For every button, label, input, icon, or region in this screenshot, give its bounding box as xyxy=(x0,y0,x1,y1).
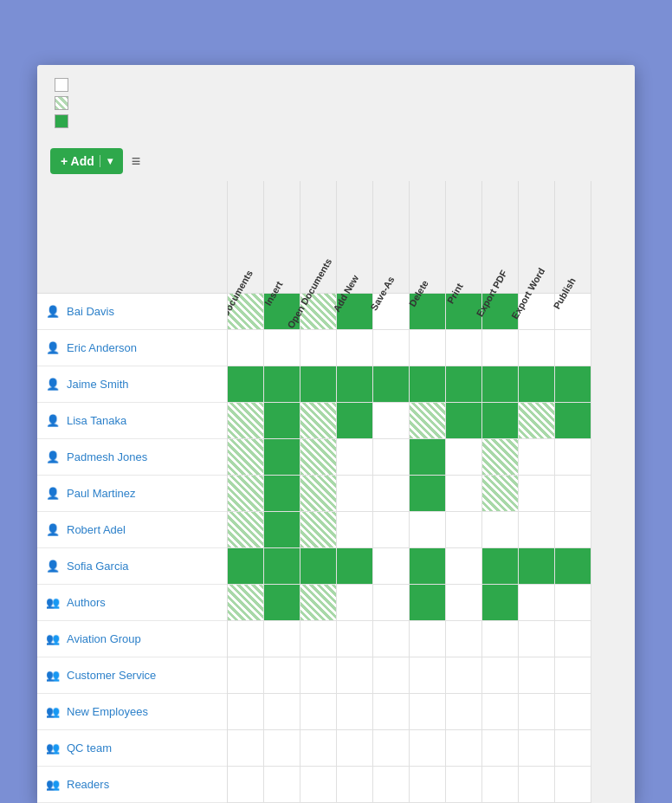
grid-cell[interactable] xyxy=(519,657,555,694)
row-label[interactable]: 👤Bai Davis xyxy=(37,294,227,330)
grid-cell[interactable] xyxy=(228,548,264,585)
grid-cell[interactable] xyxy=(410,548,446,585)
row-label[interactable]: 👤Eric Anderson xyxy=(37,330,227,366)
row-label[interactable]: 👥Readers xyxy=(37,767,227,803)
grid-cell[interactable] xyxy=(519,476,555,512)
grid-cell[interactable] xyxy=(337,403,373,439)
dropdown-arrow-icon[interactable]: ▾ xyxy=(100,155,113,167)
grid-cell[interactable] xyxy=(264,694,300,730)
grid-cell[interactable] xyxy=(373,330,410,366)
grid-cell[interactable] xyxy=(300,621,337,657)
grid-cell[interactable] xyxy=(446,330,482,366)
row-label[interactable]: 👥New Employees xyxy=(37,694,227,730)
grid-cell[interactable] xyxy=(337,330,373,366)
grid-cell[interactable] xyxy=(337,767,373,803)
grid-cell[interactable] xyxy=(337,476,373,512)
grid-cell[interactable] xyxy=(228,476,264,512)
grid-cell[interactable] xyxy=(482,767,519,803)
grid-cell[interactable] xyxy=(228,621,264,657)
row-label[interactable]: 👤Lisa Tanaka xyxy=(37,403,227,439)
row-label[interactable]: 👥Aviation Group xyxy=(37,621,227,657)
grid-cell[interactable] xyxy=(482,366,519,403)
grid-cell[interactable] xyxy=(446,730,482,767)
grid-cell[interactable] xyxy=(337,548,373,585)
grid-cell[interactable] xyxy=(519,403,555,439)
grid-cell[interactable] xyxy=(373,767,410,803)
grid-cell[interactable] xyxy=(519,694,555,730)
grid-cell[interactable] xyxy=(410,512,446,548)
grid-cell[interactable] xyxy=(555,657,591,694)
menu-icon[interactable]: ≡ xyxy=(132,152,141,171)
grid-cell[interactable] xyxy=(228,439,264,476)
grid-cell[interactable] xyxy=(555,585,591,621)
grid-cell[interactable] xyxy=(555,767,591,803)
grid-cell[interactable] xyxy=(446,657,482,694)
grid-cell[interactable] xyxy=(410,403,446,439)
grid-cell[interactable] xyxy=(410,694,446,730)
grid-cell[interactable] xyxy=(228,730,264,767)
grid-cell[interactable] xyxy=(482,694,519,730)
grid-cell[interactable] xyxy=(373,512,410,548)
grid-cell[interactable] xyxy=(410,585,446,621)
grid-cell[interactable] xyxy=(337,694,373,730)
grid-cell[interactable] xyxy=(519,548,555,585)
grid-cell[interactable] xyxy=(337,621,373,657)
grid-cell[interactable] xyxy=(373,476,410,512)
grid-cell[interactable] xyxy=(519,512,555,548)
grid-cell[interactable] xyxy=(300,767,337,803)
grid-cell[interactable] xyxy=(519,585,555,621)
grid-cell[interactable] xyxy=(446,366,482,403)
grid-cell[interactable] xyxy=(300,512,337,548)
grid-cell[interactable] xyxy=(555,330,591,366)
grid-cell[interactable] xyxy=(228,657,264,694)
grid-cell[interactable] xyxy=(446,694,482,730)
grid-cell[interactable] xyxy=(482,439,519,476)
grid-cell[interactable] xyxy=(228,694,264,730)
grid-cell[interactable] xyxy=(446,403,482,439)
grid-cell[interactable] xyxy=(482,476,519,512)
grid-cell[interactable] xyxy=(555,512,591,548)
grid-cell[interactable] xyxy=(373,585,410,621)
row-label[interactable]: 👤Padmesh Jones xyxy=(37,439,227,476)
grid-cell[interactable] xyxy=(482,330,519,366)
grid-cell[interactable] xyxy=(410,476,446,512)
grid-cell[interactable] xyxy=(482,730,519,767)
grid-cell[interactable] xyxy=(300,330,337,366)
grid-cell[interactable] xyxy=(264,621,300,657)
grid-cell[interactable] xyxy=(482,512,519,548)
grid-cell[interactable] xyxy=(264,403,300,439)
grid-cell[interactable] xyxy=(555,694,591,730)
grid-cell[interactable] xyxy=(410,366,446,403)
grid-cell[interactable] xyxy=(264,330,300,366)
grid-cell[interactable] xyxy=(519,439,555,476)
grid-cell[interactable] xyxy=(373,694,410,730)
grid-cell[interactable] xyxy=(264,439,300,476)
grid-cell[interactable] xyxy=(300,366,337,403)
row-label[interactable]: 👤Jaime Smith xyxy=(37,366,227,403)
grid-cell[interactable] xyxy=(410,439,446,476)
grid-cell[interactable] xyxy=(482,621,519,657)
grid-cell[interactable] xyxy=(300,657,337,694)
grid-cell[interactable] xyxy=(264,366,300,403)
grid-cell[interactable] xyxy=(264,657,300,694)
grid-cell[interactable] xyxy=(264,476,300,512)
grid-cell[interactable] xyxy=(373,657,410,694)
grid-cell[interactable] xyxy=(482,585,519,621)
grid-cell[interactable] xyxy=(300,548,337,585)
grid-cell[interactable] xyxy=(300,439,337,476)
grid-cell[interactable] xyxy=(228,585,264,621)
grid-cell[interactable] xyxy=(446,548,482,585)
grid-cell[interactable] xyxy=(555,403,591,439)
grid-cell[interactable] xyxy=(446,621,482,657)
add-button[interactable]: + Add ▾ xyxy=(50,148,123,174)
grid-cell[interactable] xyxy=(410,621,446,657)
grid-cell[interactable] xyxy=(373,621,410,657)
grid-cell[interactable] xyxy=(373,439,410,476)
row-label[interactable]: 👤Sofia Garcia xyxy=(37,548,227,585)
grid-cell[interactable] xyxy=(373,730,410,767)
grid-cell[interactable] xyxy=(300,694,337,730)
grid-cell[interactable] xyxy=(228,330,264,366)
grid-cell[interactable] xyxy=(519,767,555,803)
grid-cell[interactable] xyxy=(446,767,482,803)
row-label[interactable]: 👥Customer Service xyxy=(37,657,227,694)
